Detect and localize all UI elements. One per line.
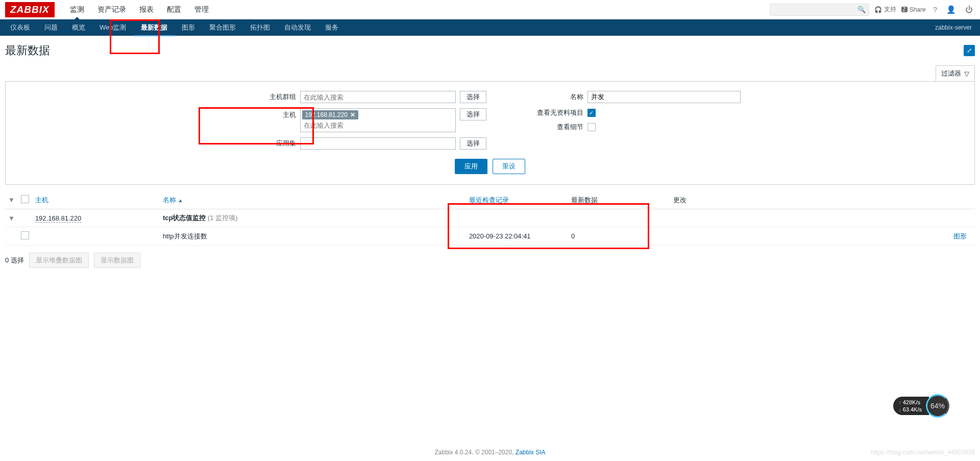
host-tag[interactable]: 192.168.81.220 ✕: [302, 110, 358, 119]
subnav-maps[interactable]: 拓扑图: [243, 19, 277, 36]
col-name[interactable]: 名称 ▲: [163, 196, 183, 204]
filter-toggle-label: 过滤器: [941, 69, 961, 78]
subnav-overview[interactable]: 概览: [65, 19, 92, 36]
hostgroup-input[interactable]: [300, 91, 456, 103]
host-tag-remove-icon[interactable]: ✕: [350, 111, 355, 118]
hostgroup-row: 主机群组 选择: [240, 91, 486, 103]
graph-button[interactable]: 显示数据图: [94, 253, 140, 268]
top-menu-inventory[interactable]: 资产记录: [91, 0, 132, 19]
top-menu-reports[interactable]: 报表: [133, 0, 160, 19]
checkall-checkbox[interactable]: [21, 195, 29, 203]
support-link[interactable]: 🎧 支持: [874, 5, 896, 14]
top-menu-monitoring[interactable]: 监测: [64, 0, 90, 19]
item-last-data: 0: [568, 227, 670, 246]
help-icon[interactable]: ?: [931, 5, 939, 14]
hostgroup-select-btn[interactable]: 选择: [460, 91, 486, 103]
col-last-check[interactable]: 最近检查记录: [469, 196, 509, 204]
host-select-btn[interactable]: 选择: [460, 108, 486, 120]
checkall-header: [18, 191, 32, 209]
show-details-label: 查看细节: [527, 123, 583, 132]
application-select-btn[interactable]: 选择: [460, 137, 486, 150]
application-input[interactable]: [300, 137, 456, 150]
expand-all-header[interactable]: ▼: [5, 191, 18, 209]
share-label: Share: [910, 6, 926, 13]
application-label: 应用集: [240, 139, 296, 148]
filter-form: 主机群组 选择 主机 192.168.81.220 ✕ 选择 应用集 选择: [6, 91, 974, 150]
share-link[interactable]: Z Share: [901, 6, 926, 13]
logo[interactable]: ZABBIX: [5, 2, 55, 17]
headset-icon: 🎧: [874, 6, 882, 13]
name-row: 名称: [527, 91, 741, 103]
hostgroup-label: 主机群组: [240, 92, 296, 102]
item-count: (1 监控项): [208, 214, 238, 222]
subnav-web[interactable]: Web监测: [92, 19, 134, 36]
col-host[interactable]: 主机: [35, 196, 48, 204]
subnav-latest-data[interactable]: 最新数据: [134, 19, 175, 36]
top-menu: 监测 资产记录 报表 配置 管理: [64, 0, 215, 19]
host-input[interactable]: [302, 120, 454, 130]
graph-link[interactable]: 图形: [953, 232, 967, 240]
show-nodata-checkbox[interactable]: ✓: [587, 109, 596, 117]
filter-icon: ▽: [964, 70, 969, 78]
top-nav: ZABBIX 监测 资产记录 报表 配置 管理 🔍 🎧 支持 Z Share ?…: [0, 0, 980, 19]
host-label: 主机: [240, 108, 296, 119]
row-checkbox[interactable]: [21, 231, 29, 239]
z-icon: Z: [901, 7, 908, 12]
show-details-row: 查看细节: [527, 123, 741, 132]
support-label: 支持: [884, 5, 896, 14]
col-name-text: 名称: [163, 196, 176, 204]
apply-button[interactable]: 应用: [455, 159, 487, 174]
subnav-graphs[interactable]: 图形: [175, 19, 202, 36]
table-header-row: ▼ 主机 名称 ▲ 最近检查记录 最新数据 更改: [5, 191, 975, 209]
filter-right-col: 名称 查看无资料项目 ✓ 查看细节: [527, 91, 741, 150]
subnav-problems[interactable]: 问题: [37, 19, 65, 36]
server-name: zabbix-server: [935, 24, 977, 31]
sort-asc-icon: ▲: [178, 198, 183, 203]
subnav-dashboard[interactable]: 仪表板: [3, 19, 37, 36]
host-multiselect[interactable]: 192.168.81.220 ✕: [300, 108, 456, 132]
top-menu-admin[interactable]: 管理: [188, 0, 215, 19]
search-icon[interactable]: 🔍: [857, 6, 866, 13]
col-change: 更改: [673, 196, 687, 204]
application-row: 应用集 选择: [240, 137, 486, 150]
subnav-screens[interactable]: 聚合图形: [202, 19, 243, 36]
show-details-checkbox[interactable]: [587, 123, 596, 131]
host-tag-text: 192.168.81.220: [305, 111, 348, 118]
stacked-graph-button[interactable]: 显示堆叠数据图: [29, 253, 89, 268]
data-table: ▼ 主机 名称 ▲ 最近检查记录 最新数据 更改 ▼ 192.168.81.22…: [5, 191, 975, 246]
subnav-services[interactable]: 服务: [318, 19, 346, 36]
name-input[interactable]: [587, 91, 741, 103]
expand-toggle[interactable]: ▼: [5, 209, 18, 227]
name-label: 名称: [527, 92, 583, 102]
page-title: 最新数据: [5, 43, 50, 58]
subnav-discovery[interactable]: 自动发现: [277, 19, 318, 36]
reset-button[interactable]: 重设: [493, 159, 525, 174]
filter-row: 过滤器 ▽: [0, 65, 980, 81]
selected-count: 0 选择: [5, 256, 24, 265]
show-nodata-row: 查看无资料项目 ✓: [527, 108, 741, 117]
fullscreen-button[interactable]: ⤢: [964, 45, 975, 56]
item-row: http并发连接数 2020-09-23 22:04:41 0 图形: [5, 227, 975, 246]
global-search[interactable]: 🔍: [770, 4, 869, 16]
power-icon[interactable]: ⏻: [963, 5, 975, 14]
filter-buttons: 应用 重设: [6, 159, 974, 174]
sub-nav: 仪表板 问题 概览 Web监测 最新数据 图形 聚合图形 拓扑图 自动发现 服务…: [0, 19, 980, 36]
page-header: 最新数据 ⤢: [0, 36, 980, 65]
top-menu-config[interactable]: 配置: [161, 0, 187, 19]
footer-actions: 0 选择 显示堆叠数据图 显示数据图: [0, 246, 980, 275]
app-name: tcp状态值监控: [163, 214, 206, 222]
expand-icon: ⤢: [967, 47, 972, 54]
filter-toggle[interactable]: 过滤器 ▽: [936, 65, 975, 81]
group-row: ▼ 192.168.81.220 tcp状态值监控 (1 监控项): [5, 209, 975, 227]
user-icon[interactable]: 👤: [944, 5, 958, 14]
item-last-check: 2020-09-23 22:04:41: [466, 227, 568, 246]
host-link[interactable]: 192.168.81.220: [35, 214, 81, 223]
host-row: 主机 192.168.81.220 ✕ 选择: [240, 108, 486, 132]
item-name: http并发连接数: [160, 227, 466, 246]
show-nodata-label: 查看无资料项目: [527, 108, 583, 117]
col-last-data: 最新数据: [571, 196, 598, 204]
top-right: 🔍 🎧 支持 Z Share ? 👤 ⏻: [770, 4, 975, 16]
search-input[interactable]: [773, 6, 857, 13]
filter-left-col: 主机群组 选择 主机 192.168.81.220 ✕ 选择 应用集 选择: [240, 91, 486, 150]
filter-panel: 主机群组 选择 主机 192.168.81.220 ✕ 选择 应用集 选择: [5, 81, 975, 185]
